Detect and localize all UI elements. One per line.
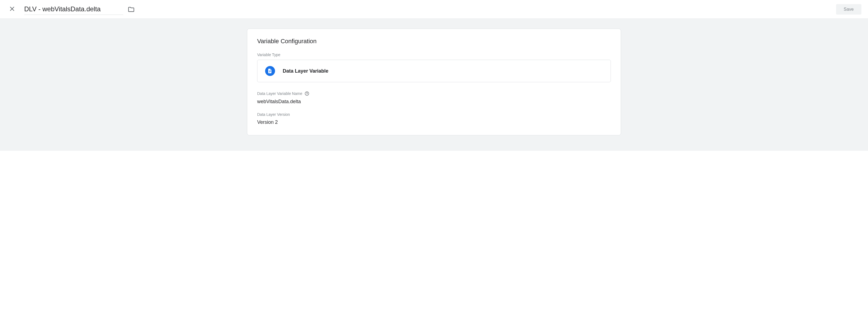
variable-name-input[interactable] xyxy=(24,4,123,15)
content-area: Variable Configuration Variable Type Dat… xyxy=(0,19,868,151)
variable-type-selector[interactable]: Data Layer Variable xyxy=(257,60,611,82)
dlv-name-value: webVitalsData.delta xyxy=(257,99,611,104)
header-bar: Save xyxy=(0,0,868,19)
document-icon xyxy=(265,66,275,76)
save-button[interactable]: Save xyxy=(836,4,861,14)
dlv-version-value: Version 2 xyxy=(257,119,611,125)
close-button[interactable] xyxy=(7,3,18,15)
svg-point-6 xyxy=(307,94,307,95)
svg-rect-4 xyxy=(269,72,270,72)
help-icon[interactable] xyxy=(305,91,309,96)
title-wrap xyxy=(24,4,830,15)
variable-type-label: Variable Type xyxy=(257,53,611,57)
svg-rect-2 xyxy=(269,70,271,71)
svg-rect-3 xyxy=(269,71,271,71)
variable-type-name: Data Layer Variable xyxy=(283,68,329,74)
dlv-name-label: Data Layer Variable Name xyxy=(257,91,611,96)
config-card: Variable Configuration Variable Type Dat… xyxy=(247,29,621,135)
folder-icon[interactable] xyxy=(128,6,135,13)
close-icon xyxy=(9,5,16,13)
dlv-version-label: Data Layer Version xyxy=(257,112,611,117)
card-title: Variable Configuration xyxy=(257,38,611,45)
